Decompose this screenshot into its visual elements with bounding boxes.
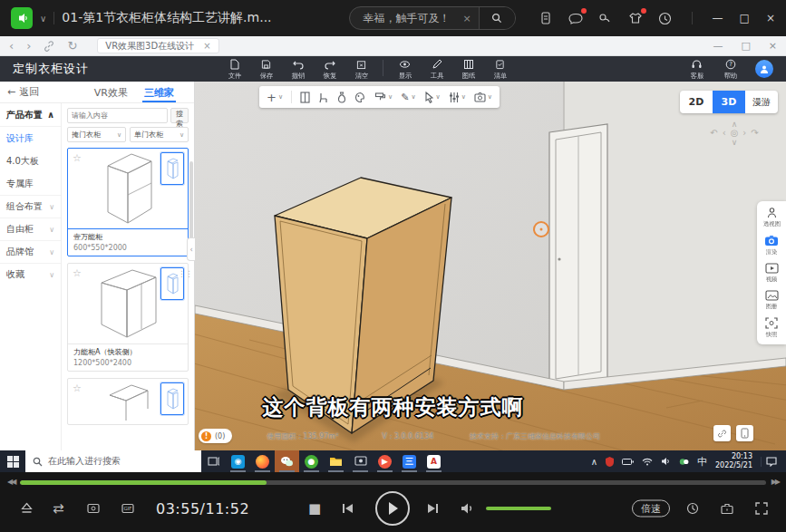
sidebar-collapse-button[interactable]: ‹ [187, 237, 195, 261]
tray-ime-mode-icon[interactable] [679, 457, 689, 467]
tray-language-indicator[interactable]: 中 [697, 455, 707, 469]
previous-button[interactable] [341, 502, 354, 515]
nav-section-header[interactable]: 产品布置 ∧ [0, 103, 61, 127]
subcategory-dropdown[interactable]: 单门衣柜 ∨ [130, 127, 189, 142]
eject-open-file-button[interactable] [20, 503, 34, 515]
browser-close-button[interactable]: × [769, 40, 777, 52]
seek-bar[interactable] [20, 480, 765, 485]
tab-vr-effect[interactable]: VR效果 [94, 82, 128, 102]
tab-close-icon[interactable]: × [203, 41, 210, 51]
action-center-button[interactable] [761, 457, 781, 467]
search-clear-icon[interactable]: × [455, 13, 478, 24]
stop-button[interactable]: ■ [308, 500, 321, 517]
tray-expand-icon[interactable]: ∧ [591, 457, 597, 467]
display-button[interactable]: 显示 [391, 57, 419, 81]
tray-volume-icon[interactable] [661, 457, 671, 466]
player-maximize-button[interactable]: □ [740, 12, 750, 24]
sidebar-item-design-library[interactable]: 设计库 [0, 127, 61, 150]
search-text[interactable]: 幸福，触手可及！ [350, 11, 455, 26]
video-button[interactable]: 视频 [757, 263, 786, 284]
browser-minimize-button[interactable]: — [713, 40, 723, 52]
help-button[interactable]: ? 帮助 [716, 57, 744, 81]
tray-wifi-icon[interactable] [642, 458, 653, 466]
play-button[interactable] [375, 491, 410, 526]
material-palette-tool[interactable] [354, 92, 366, 103]
warnings-pill[interactable]: ! (0) [199, 429, 232, 443]
user-avatar[interactable] [755, 60, 773, 78]
task-view-button[interactable] [201, 450, 226, 472]
favorite-star-icon[interactable]: ☆ [73, 267, 82, 279]
fullscreen-button[interactable] [755, 502, 768, 515]
rotate-left-icon[interactable]: ↶ [710, 129, 717, 138]
gallery-button[interactable]: 图册 [757, 290, 786, 311]
redo-button[interactable]: 恢复 [315, 57, 344, 81]
sidebar-item-exclusive-library[interactable]: 专属库 [0, 172, 61, 195]
sidebar-item-40-board[interactable]: 4.0大板 [0, 150, 61, 172]
door-window-tool[interactable] [300, 92, 310, 103]
product-search-input[interactable] [67, 108, 168, 123]
door[interactable] [549, 124, 607, 387]
volume-slider[interactable] [486, 507, 551, 510]
playlist-chevron-icon[interactable]: ∨ [40, 14, 46, 24]
list-scrollbar[interactable] [189, 161, 193, 245]
tray-antivirus-icon[interactable] [606, 457, 614, 467]
browser-refresh-button[interactable]: ↻ [67, 40, 77, 52]
decor-tool[interactable] [337, 92, 346, 103]
taskbar-app-tencent-video[interactable]: ▶ [373, 450, 397, 472]
mobile-sync-button[interactable] [736, 425, 753, 441]
undo-button[interactable]: 撤销 [284, 57, 312, 81]
view-roam-button[interactable]: 漫游 [745, 91, 778, 113]
next-button[interactable] [426, 502, 440, 515]
taskbar-app-dingtalk[interactable]: ◉ [226, 450, 250, 472]
panel-drag-handle[interactable]: ⋮⋮ [178, 272, 192, 276]
draw-pen-tool[interactable]: ✎ ∨ [401, 92, 415, 103]
taskbar-app-axure[interactable]: A [422, 450, 446, 472]
player-search[interactable]: 幸福，触手可及！ × [349, 6, 515, 30]
volume-icon[interactable] [461, 502, 475, 515]
adjust-sliders-tool[interactable]: ∨ [449, 92, 466, 103]
taskbar-app-360[interactable]: ● [299, 450, 324, 472]
product-card[interactable]: ☆ 壹万能柜 600*550*2000 [67, 148, 189, 256]
history-icon[interactable] [657, 10, 674, 26]
pad-right-arrow[interactable]: › [742, 129, 746, 138]
tray-clock[interactable]: 20:13 2022/5/21 [715, 452, 752, 470]
pad-left-arrow[interactable]: ‹ [723, 129, 726, 138]
select-cursor-tool[interactable]: ∨ [424, 92, 441, 103]
seek-back-icon[interactable]: ◀◀ [7, 479, 15, 486]
camera-nav-pad[interactable]: ∧ ↶ ‹ ◎ › ↷ ∨ [704, 120, 764, 147]
render-button[interactable]: 渲染 [757, 235, 786, 256]
sidebar-item-brand-hall[interactable]: 品牌馆∨ [0, 240, 61, 263]
player-close-button[interactable]: × [766, 12, 775, 24]
browser-forward-button[interactable]: › [26, 40, 31, 52]
taskbar-search[interactable]: 在此输入进行搜索 [25, 450, 201, 472]
clear-button[interactable]: 清空 [347, 57, 375, 81]
pad-down-arrow[interactable]: ∨ [704, 138, 764, 147]
paint-roller-tool[interactable]: ∨ [374, 92, 393, 103]
add-item-button[interactable]: + ∨ [267, 91, 283, 104]
furniture-tool[interactable] [318, 92, 329, 103]
checklist-button[interactable]: 清单 [486, 57, 514, 81]
back-button[interactable]: ← 返回 [7, 85, 39, 99]
seek-forward-icon[interactable]: ▶▶ [771, 479, 779, 486]
screenshot-button[interactable] [87, 503, 100, 515]
toolbox-button[interactable] [721, 503, 733, 515]
taskbar-app-wechat-active[interactable] [275, 450, 299, 472]
rotate-right-icon[interactable]: ↷ [751, 129, 758, 138]
category-dropdown[interactable]: 掩门衣柜 ∨ [67, 127, 126, 142]
product-card[interactable]: ☆ 力能柜A（快装侧） 1200*500*2400 [67, 263, 189, 372]
file-button[interactable]: 文件 [220, 57, 248, 81]
view-3d-button[interactable]: 3D [713, 91, 745, 113]
save-button[interactable]: 保存 [252, 57, 280, 81]
taskbar-app-screen-recorder[interactable] [348, 450, 373, 472]
gif-capture-button[interactable]: GIF [121, 503, 134, 515]
cast-to-phone-icon[interactable] [538, 10, 554, 26]
product-search-button[interactable]: 搜索 [170, 108, 189, 123]
loop-mode-button[interactable]: ⇄ [53, 500, 64, 517]
skin-theme-icon[interactable] [627, 10, 644, 26]
browser-tab[interactable]: VR效果图3D在线设计 × [97, 38, 218, 53]
gesture-settings-button[interactable] [686, 502, 699, 515]
view-2d-button[interactable]: 2D [680, 91, 713, 113]
perspective-view-button[interactable]: 透视图 [757, 207, 786, 228]
sidebar-item-combo-layout[interactable]: 组合布置∨ [0, 195, 61, 218]
playback-speed-button[interactable]: 倍速 [632, 500, 670, 517]
